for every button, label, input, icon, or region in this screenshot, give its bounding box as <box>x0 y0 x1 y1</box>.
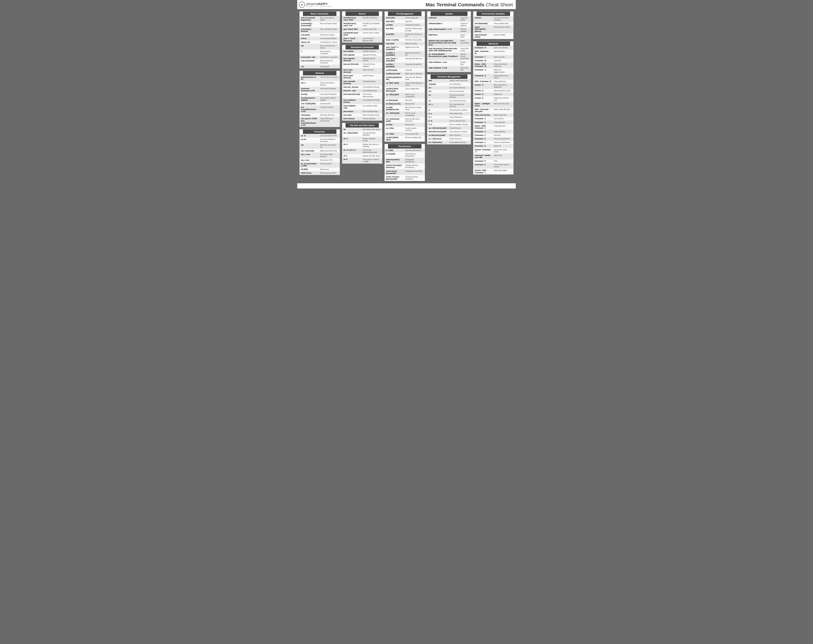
description-cell: Real time processes list. <box>319 143 340 149</box>
table-row: sudo dscacheutil -flushcache;sudo killal… <box>427 47 471 52</box>
command-cell: ssh [user]@[hostname-or-IP] <box>300 105 319 113</box>
command-cell: [command] > /dev/null <box>300 28 319 33</box>
command-cell: head -n [x] [file] <box>385 38 404 42</box>
cheatsheet-grid: Basic Commandssudo [command] [arguments]… <box>297 9 516 183</box>
table-row: ls -SSort ls output by size. <box>427 119 471 123</box>
description-cell: Reset LaunchPad. <box>459 39 471 47</box>
command-cell: Command - double-click URL <box>473 153 493 159</box>
description-cell: Make copy in directory. <box>404 72 425 75</box>
table-row: Command - FFind text. <box>473 133 513 137</box>
description-cell: See file contents page by page. <box>404 27 425 32</box>
table-row: traceroute [hostname-or-IP]View path of … <box>300 87 340 92</box>
table-row: Command - KClear all but current prompt. <box>473 163 513 169</box>
command-cell: du -k <box>342 143 361 148</box>
command-cell: brew doctor <box>342 110 361 113</box>
description-cell: Get help for command. <box>319 55 340 59</box>
description-cell: Run troubleshooting. <box>361 110 382 113</box>
command-cell: du -m | sort -nr <box>342 148 361 154</box>
table-row: echo "[text]" >> [path]/[file]Append tex… <box>385 45 425 51</box>
table-row: du -hHuman-readable format. <box>342 137 382 143</box>
description-cell: Remove file. <box>404 123 425 126</box>
command-cell: touch [file] <box>385 16 404 20</box>
command-cell: cd ../.. <box>427 103 448 108</box>
command-cell: echo "[text]" >> [path]/[file] <box>385 45 404 51</box>
command-cell: du -s [file1] [file2] <box>342 131 361 137</box>
table-row: Command - PPrint. <box>473 159 513 163</box>
command-cell: sudo [command] [arguments] <box>300 16 319 21</box>
table-row: du -m | sort -nrSort by size (descending… <box>342 148 382 154</box>
table-row: Command - ASelect all. <box>473 144 513 148</box>
command-cell: Command - J <box>473 141 493 144</box>
table-row: Command - DSplit window in two panes. <box>473 74 513 80</box>
command-cell: brew help <box>342 113 361 117</box>
table-row: cp -r [directory] [path]Copy directory. <box>427 126 471 130</box>
command-cell: brew uninstall [formula] <box>342 80 361 85</box>
description-cell: Restart Mac. <box>459 60 471 66</box>
description-cell: Keep Mac awake. <box>459 16 471 21</box>
command-cell: brew outdated --formula <box>342 98 361 104</box>
card-header: Network <box>303 71 337 75</box>
command-cell: cp -i [file] [path] <box>385 93 404 98</box>
table-row: ls -ld [path]View directory permissions. <box>385 152 425 158</box>
table-row: brew uninstall [formula]Uninstall formul… <box>342 80 382 85</box>
description-cell: View hidden files. <box>448 112 471 115</box>
table-row: softwareupdate -lCheck for updates. <box>427 21 471 27</box>
table-row: cp -i [file] [path]Ask for copy confirma… <box>385 93 425 98</box>
command-cell: brew list --cask <box>342 89 361 92</box>
description-cell: Find preselected text. <box>493 137 513 141</box>
command-cell: ditto [directory] [path] <box>427 130 448 133</box>
card-basic-commands: Basic Commandssudo [command] [arguments]… <box>300 11 340 69</box>
description-cell: Close split pane. <box>493 80 513 83</box>
table-row: duSee utilized disk space. <box>342 127 382 131</box>
description-cell: Move word-by-word. <box>493 102 513 107</box>
description-cell: Overwrite file with text. <box>404 57 425 63</box>
command-cell: softwareupdate -l <box>427 21 459 27</box>
table-row: cd ~Go to home directory. <box>427 86 471 90</box>
command-cell: brew cleanup <box>342 117 361 121</box>
description-cell: Read Homebrew help. <box>361 113 382 117</box>
command-cell: ps -ax | grep [name-or-PID] <box>300 162 319 168</box>
table-row: man [command]Read manual for command. <box>300 59 340 65</box>
description-cell: Kill process by name. <box>319 171 340 175</box>
table-row: ps auxSee more details for processes. <box>300 138 340 143</box>
command-cell: arp -a <box>300 81 319 87</box>
description-cell: List installed casks. <box>361 89 382 92</box>
description-cell: List all environment variables. <box>493 16 513 21</box>
command-cell: top -o cpu <box>300 158 319 162</box>
description-cell: Find file by incomplete name. <box>361 21 382 27</box>
table-row: rm -r [directory]Delete directory. <box>427 137 471 141</box>
description-cell: Force remove file. <box>404 132 425 136</box>
table-row: printenvList all environment variables. <box>473 16 513 21</box>
command-cell: cp "[file]" [path] <box>385 81 404 87</box>
table-row: mv -i [file] [path]Ask for move confirma… <box>385 111 425 117</box>
command-cell: rm [file1] [file2] [file3] <box>385 136 404 141</box>
card-header: Permissions <box>388 144 421 149</box>
card-homebrew-commands: Homebrew Commandsbrew updateUpdate formu… <box>342 45 383 121</box>
description-cell: Remove multiple files. <box>404 136 425 141</box>
command-table: sudo [command] [arguments]Run commands a… <box>300 16 340 68</box>
command-cell: export PATH=$PATH:[binary] <box>473 25 493 33</box>
description-cell: List network adapters. <box>319 92 340 96</box>
description-cell: Run commands as admin. <box>319 16 340 21</box>
table-row: ssh-copy-id -i [PUB-key] [user]@[hostnam… <box>300 117 340 127</box>
command-cell: Triple-click the line. <box>473 113 493 117</box>
command-cell: ps aux <box>300 138 319 143</box>
card-header: Processes <box>303 129 337 134</box>
description-cell: Jump to selected text. <box>493 141 513 144</box>
table-row: du -s [file1] [file2]See specific files'… <box>342 131 382 137</box>
description-cell: Force delete directory. <box>448 141 471 144</box>
command-cell: Command - W <box>473 59 493 63</box>
description-cell: Sort top by CPU. <box>319 158 340 162</box>
command-cell: curl -O [URL]/[file] <box>300 102 319 105</box>
command-cell: printenv <box>473 16 493 21</box>
description-cell: Rename file. <box>404 102 425 106</box>
table-row: Command - XCut selection. <box>473 117 513 121</box>
command-cell: cd - <box>427 93 448 99</box>
table-row: mv [file] [path]/[new-file]Move file and… <box>385 106 425 111</box>
command-cell: mv [file] [path]/[new-file] <box>385 106 404 111</box>
table-row: cd ..Go to parent directory. <box>427 99 471 103</box>
table-row: [command] > /dev/nullHide command output… <box>300 28 340 33</box>
description-cell: Find text. <box>493 133 513 137</box>
card-header: File Size and Disk Space <box>346 123 379 127</box>
description-cell: Paste selection. <box>493 130 513 133</box>
